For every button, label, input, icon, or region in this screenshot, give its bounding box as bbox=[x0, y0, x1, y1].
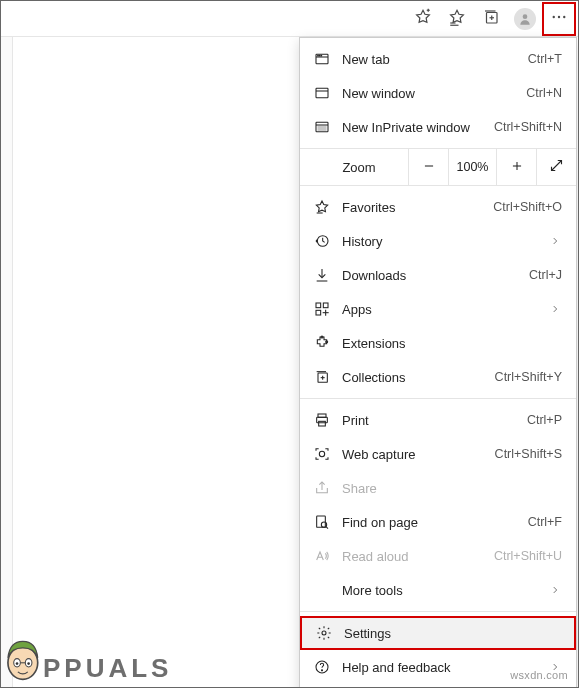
settings-and-more-menu: New tab Ctrl+T New window Ctrl+N New InP… bbox=[299, 37, 577, 688]
more-menu-button[interactable] bbox=[542, 2, 576, 36]
svg-point-14 bbox=[319, 55, 320, 56]
menu-shortcut: Ctrl+T bbox=[528, 52, 562, 66]
favorites-icon bbox=[314, 199, 336, 215]
ellipsis-icon bbox=[550, 8, 568, 29]
menu-label: New InPrivate window bbox=[336, 120, 494, 135]
menu-item-downloads[interactable]: Downloads Ctrl+J bbox=[300, 258, 576, 292]
inprivate-icon bbox=[314, 119, 336, 135]
menu-item-read-aloud: Read aloud Ctrl+Shift+U bbox=[300, 539, 576, 573]
new-tab-icon bbox=[314, 51, 336, 67]
menu-item-favorites[interactable]: Favorites Ctrl+Shift+O bbox=[300, 190, 576, 224]
svg-point-40 bbox=[319, 451, 324, 456]
collections-icon bbox=[482, 8, 500, 29]
watermark-text: wsxdn.com bbox=[510, 669, 568, 681]
menu-label: Apps bbox=[336, 302, 548, 317]
menu-item-extensions[interactable]: Extensions bbox=[300, 326, 576, 360]
history-icon bbox=[314, 233, 336, 249]
svg-rect-16 bbox=[316, 88, 328, 97]
read-aloud-icon bbox=[314, 548, 336, 564]
appuals-logo-icon bbox=[1, 633, 43, 681]
menu-shortcut: Ctrl+P bbox=[527, 413, 562, 427]
menu-label: Extensions bbox=[336, 336, 562, 351]
apps-icon bbox=[314, 301, 336, 317]
menu-label: Favorites bbox=[336, 200, 493, 215]
downloads-icon bbox=[314, 267, 336, 283]
svg-point-46 bbox=[321, 670, 322, 671]
menu-label: Downloads bbox=[336, 268, 529, 283]
svg-point-7 bbox=[523, 14, 528, 19]
menu-shortcut: Ctrl+N bbox=[526, 86, 562, 100]
menu-label: New window bbox=[336, 86, 526, 101]
appuals-logo-text: PPUALS bbox=[43, 653, 172, 684]
menu-item-new-inprivate[interactable]: New InPrivate window Ctrl+Shift+N bbox=[300, 110, 576, 144]
svg-rect-20 bbox=[318, 126, 326, 130]
svg-point-15 bbox=[321, 55, 322, 56]
settings-icon bbox=[316, 625, 338, 641]
browser-toolbar bbox=[1, 1, 578, 37]
menu-item-apps[interactable]: Apps bbox=[300, 292, 576, 326]
zoom-out-button[interactable] bbox=[408, 149, 448, 185]
menu-item-web-capture[interactable]: Web capture Ctrl+Shift+S bbox=[300, 437, 576, 471]
menu-label: New tab bbox=[336, 52, 528, 67]
extensions-icon bbox=[314, 335, 336, 351]
svg-line-43 bbox=[326, 527, 328, 529]
menu-shortcut: Ctrl+Shift+Y bbox=[495, 370, 562, 384]
menu-item-settings[interactable]: Settings bbox=[300, 616, 576, 650]
star-add-icon bbox=[414, 8, 432, 29]
chevron-right-icon bbox=[548, 236, 562, 246]
svg-point-9 bbox=[558, 16, 560, 18]
collections-button[interactable] bbox=[474, 2, 508, 36]
profile-avatar-icon bbox=[514, 8, 536, 30]
menu-zoom-row: Zoom 100% bbox=[300, 148, 576, 186]
menu-item-new-tab[interactable]: New tab Ctrl+T bbox=[300, 42, 576, 76]
svg-rect-29 bbox=[316, 310, 321, 315]
svg-rect-28 bbox=[323, 303, 328, 308]
svg-point-44 bbox=[322, 631, 326, 635]
svg-rect-39 bbox=[319, 421, 326, 426]
zoom-label: Zoom bbox=[300, 160, 408, 175]
add-favorite-button[interactable] bbox=[406, 2, 440, 36]
menu-item-print[interactable]: Print Ctrl+P bbox=[300, 403, 576, 437]
menu-shortcut: Ctrl+Shift+U bbox=[494, 549, 562, 563]
menu-item-new-window[interactable]: New window Ctrl+N bbox=[300, 76, 576, 110]
menu-item-more-tools[interactable]: More tools bbox=[300, 573, 576, 607]
fullscreen-button[interactable] bbox=[536, 149, 576, 185]
help-icon bbox=[314, 659, 336, 675]
menu-separator bbox=[300, 611, 576, 612]
new-window-icon bbox=[314, 85, 336, 101]
web-capture-icon bbox=[314, 446, 336, 462]
zoom-in-button[interactable] bbox=[496, 149, 536, 185]
menu-label: Web capture bbox=[336, 447, 495, 462]
favorites-button[interactable] bbox=[440, 2, 474, 36]
svg-rect-27 bbox=[316, 303, 321, 308]
svg-point-8 bbox=[553, 16, 555, 18]
share-icon bbox=[314, 480, 336, 496]
svg-point-42 bbox=[321, 522, 326, 527]
menu-label: Share bbox=[336, 481, 562, 496]
menu-item-collections[interactable]: Collections Ctrl+Shift+Y bbox=[300, 360, 576, 394]
menu-shortcut: Ctrl+F bbox=[528, 515, 562, 529]
menu-label: Collections bbox=[336, 370, 495, 385]
plus-icon bbox=[510, 159, 524, 176]
left-panel bbox=[1, 37, 13, 687]
zoom-value: 100% bbox=[448, 149, 496, 185]
menu-separator bbox=[300, 398, 576, 399]
print-icon bbox=[314, 412, 336, 428]
menu-item-find-on-page[interactable]: Find on page Ctrl+F bbox=[300, 505, 576, 539]
minus-icon bbox=[422, 159, 436, 176]
menu-label: History bbox=[336, 234, 548, 249]
profile-button[interactable] bbox=[508, 2, 542, 36]
fullscreen-icon bbox=[549, 158, 564, 176]
star-lines-icon bbox=[448, 8, 466, 29]
svg-point-13 bbox=[318, 55, 319, 56]
menu-shortcut: Ctrl+Shift+O bbox=[493, 200, 562, 214]
collections-icon bbox=[314, 369, 336, 385]
svg-point-50 bbox=[16, 662, 19, 665]
svg-point-10 bbox=[563, 16, 565, 18]
chevron-right-icon bbox=[548, 585, 562, 595]
menu-item-history[interactable]: History bbox=[300, 224, 576, 258]
menu-shortcut: Ctrl+Shift+S bbox=[495, 447, 562, 461]
chevron-right-icon bbox=[548, 304, 562, 314]
menu-label: Find on page bbox=[336, 515, 528, 530]
find-icon bbox=[314, 514, 336, 530]
